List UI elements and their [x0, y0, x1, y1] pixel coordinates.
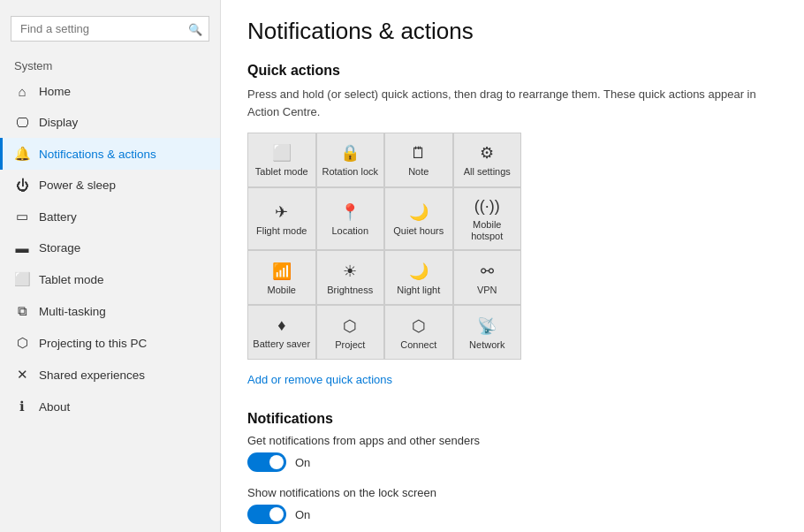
toggle-row: On: [247, 452, 777, 472]
flight-mode-icon: ✈: [275, 202, 288, 222]
rotation-lock-icon: 🔒: [340, 143, 360, 163]
quiet-hours-icon: 🌙: [409, 202, 429, 222]
battery-saver-icon: ♦: [277, 316, 285, 335]
sidebar-item-display[interactable]: 🖵 Display: [0, 107, 220, 138]
notifications-title: Notifications: [247, 411, 777, 427]
quick-cell-label: Network: [469, 339, 504, 351]
quick-cell-label: Connect: [400, 339, 436, 351]
sidebar-item-label: About: [39, 400, 70, 414]
mobile-hotspot-icon: ((·)): [474, 197, 500, 216]
multitasking-icon: ⧉: [14, 303, 30, 319]
display-icon: 🖵: [14, 115, 30, 130]
quick-cell-label: Mobile: [268, 285, 296, 296]
toggle-label: On: [295, 456, 310, 469]
network-icon: 📡: [477, 316, 497, 336]
quick-cell-label: Brightness: [327, 285, 373, 296]
power-icon: ⏻: [14, 178, 30, 193]
connect-icon: ⬡: [412, 316, 426, 336]
vpn-icon: ⚯: [481, 262, 494, 281]
home-icon: ⌂: [14, 84, 30, 99]
tablet-icon: ⬜: [14, 271, 30, 287]
sidebar-item-label: Storage: [39, 241, 80, 255]
sidebar-item-shared[interactable]: ✕ Shared experiences: [0, 359, 220, 391]
quick-cell-tablet-mode[interactable]: ⬜ Tablet mode: [248, 133, 315, 186]
sidebar-item-storage[interactable]: ▬ Storage: [0, 232, 220, 263]
quick-cell-project[interactable]: ⬡ Project: [317, 306, 384, 359]
search-icon: 🔍: [188, 22, 202, 35]
sidebar-item-about[interactable]: ℹ About: [0, 391, 220, 422]
quick-cell-flight-mode[interactable]: ✈ Flight mode: [248, 188, 315, 249]
quick-cell-label: All settings: [464, 166, 511, 178]
toggle-apps[interactable]: [247, 452, 286, 472]
page-title: Notifications & actions: [247, 18, 777, 45]
quick-cell-label: Note: [408, 166, 429, 178]
quick-cell-quiet-hours[interactable]: 🌙 Quiet hours: [385, 188, 452, 249]
notifications-section: Notifications Get notifications from app…: [247, 411, 777, 532]
sidebar-item-label: Home: [39, 85, 71, 98]
night-light-icon: 🌙: [409, 262, 429, 281]
sidebar-item-label: Tablet mode: [39, 273, 104, 286]
quick-cell-label: Location: [331, 225, 368, 237]
quick-cell-vpn[interactable]: ⚯ VPN: [454, 251, 521, 304]
sidebar-item-home[interactable]: ⌂ Home: [0, 76, 220, 107]
note-icon: 🗒: [411, 144, 427, 163]
search-input[interactable]: [11, 16, 209, 42]
quick-cell-label: Tablet mode: [255, 166, 308, 178]
sidebar-item-label: Multi-tasking: [39, 305, 106, 318]
quick-cell-mobile-hotspot[interactable]: ((·)) Mobile hotspot: [454, 188, 521, 249]
sidebar-item-label: Display: [39, 116, 78, 129]
sidebar-item-projecting[interactable]: ⬡ Projecting to this PC: [0, 327, 220, 359]
sidebar-item-label: Projecting to this PC: [39, 337, 147, 350]
sidebar-item-label: Battery: [39, 210, 77, 224]
tablet-mode-icon: ⬜: [272, 143, 292, 163]
sidebar-item-tablet[interactable]: ⬜ Tablet mode: [0, 263, 220, 295]
battery-icon: ▭: [14, 209, 30, 224]
quick-actions-grid: ⬜ Tablet mode 🔒 Rotation lock 🗒 Note ⚙ A…: [247, 133, 521, 360]
projecting-icon: ⬡: [14, 335, 30, 351]
quick-cell-note[interactable]: 🗒 Note: [385, 133, 452, 186]
quick-cell-label: Mobile hotspot: [459, 219, 517, 242]
shared-icon: ✕: [14, 367, 30, 383]
quick-cell-battery-saver[interactable]: ♦ Battery saver: [248, 306, 315, 359]
sidebar-item-multitasking[interactable]: ⧉ Multi-tasking: [0, 295, 220, 327]
notif-item-apps: Get notifications from apps and other se…: [247, 434, 777, 472]
notif-item-label: Get notifications from apps and other se…: [247, 434, 777, 447]
sidebar-item-battery[interactable]: ▭ Battery: [0, 201, 220, 232]
location-icon: 📍: [340, 202, 360, 222]
project-icon: ⬡: [343, 316, 357, 336]
sidebar: 🔍 System ⌂ Home 🖵 Display 🔔 Notification…: [0, 0, 221, 532]
quick-cell-label: Night light: [397, 285, 440, 296]
about-icon: ℹ: [14, 399, 30, 414]
system-label: System: [0, 52, 220, 76]
quick-actions-desc: Press and hold (or select) quick actions…: [247, 86, 777, 120]
quick-cell-label: Project: [335, 339, 365, 351]
sidebar-item-power[interactable]: ⏻ Power & sleep: [0, 170, 220, 201]
quick-actions-title: Quick actions: [247, 63, 777, 79]
all-settings-icon: ⚙: [480, 143, 494, 163]
quick-cell-location[interactable]: 📍 Location: [317, 188, 384, 249]
sidebar-item-notifications[interactable]: 🔔 Notifications & actions: [0, 138, 220, 170]
sidebar-item-label: Notifications & actions: [39, 148, 156, 161]
brightness-icon: ☀: [343, 262, 357, 281]
add-remove-link[interactable]: Add or remove quick actions: [247, 373, 392, 386]
quick-cell-connect[interactable]: ⬡ Connect: [385, 306, 452, 359]
quick-cell-label: Quiet hours: [393, 225, 444, 237]
quick-cell-rotation-lock[interactable]: 🔒 Rotation lock: [317, 133, 384, 186]
toggle-row: On: [247, 505, 777, 524]
sidebar-item-label: Shared experiences: [39, 369, 145, 382]
quick-cell-network[interactable]: 📡 Network: [454, 306, 521, 359]
notif-item-label: Show notifications on the lock screen: [247, 486, 777, 499]
mobile-icon: 📶: [272, 262, 292, 281]
storage-icon: ▬: [14, 240, 30, 255]
quick-cell-night-light[interactable]: 🌙 Night light: [385, 251, 452, 304]
quick-cell-all-settings[interactable]: ⚙ All settings: [454, 133, 521, 186]
quick-cell-brightness[interactable]: ☀ Brightness: [317, 251, 384, 304]
notif-item-lockscreen: Show notifications on the lock screen On: [247, 486, 777, 524]
main-content: Notifications & actions Quick actions Pr…: [221, 0, 804, 532]
quick-cell-mobile[interactable]: 📶 Mobile: [248, 251, 315, 304]
toggle-lockscreen[interactable]: [247, 505, 286, 524]
search-box[interactable]: 🔍: [11, 16, 209, 42]
sidebar-item-label: Power & sleep: [39, 179, 116, 192]
quick-cell-label: Flight mode: [256, 225, 307, 237]
quick-cell-label: Battery saver: [253, 338, 310, 350]
